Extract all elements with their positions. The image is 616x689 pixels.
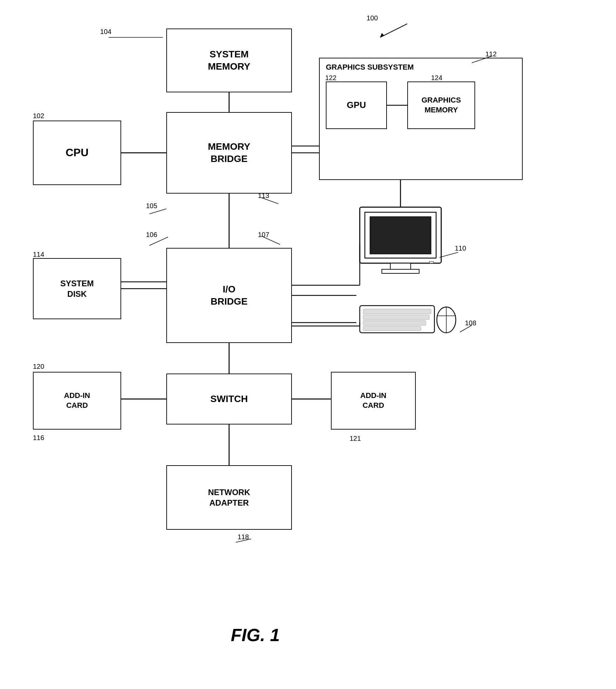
svg-line-26 bbox=[440, 252, 458, 257]
add-in-card-left-box: ADD-INCARD bbox=[33, 372, 121, 430]
svg-rect-29 bbox=[363, 315, 429, 320]
svg-rect-28 bbox=[363, 309, 431, 314]
svg-line-35 bbox=[460, 325, 472, 332]
ref-116: 116 bbox=[33, 434, 44, 442]
fig-label: FIG. 1 bbox=[231, 625, 280, 645]
diagram: 100 GRAPHICS SUBSYSTEM 112 GPU 122 GRAPH… bbox=[0, 0, 616, 689]
svg-rect-24 bbox=[382, 269, 419, 273]
ref-114: 114 bbox=[33, 251, 44, 258]
arrow-110 bbox=[438, 247, 462, 261]
display-illustration bbox=[356, 204, 451, 278]
arrow-104 bbox=[109, 31, 170, 48]
connector-lines bbox=[0, 0, 616, 689]
add-in-card-right-box: ADD-INCARD bbox=[331, 372, 416, 430]
svg-line-36 bbox=[236, 539, 251, 542]
graphics-subsystem-label: GRAPHICS SUBSYSTEM bbox=[326, 63, 414, 72]
keyboard-illustration bbox=[356, 295, 458, 340]
svg-rect-31 bbox=[363, 326, 421, 331]
arrow-105 bbox=[146, 204, 173, 217]
arrow-118 bbox=[234, 536, 255, 546]
gpu-box: GPU bbox=[326, 81, 387, 129]
svg-line-12 bbox=[380, 24, 407, 37]
svg-rect-22 bbox=[370, 217, 431, 254]
arrow-112 bbox=[468, 53, 496, 66]
switch-box: SWITCH bbox=[166, 374, 292, 424]
cpu-box: CPU bbox=[33, 121, 121, 185]
io-bridge-box: I/OBRIDGE bbox=[166, 248, 292, 343]
network-adapter-box: NETWORKADAPTER bbox=[166, 465, 292, 530]
ref-120: 120 bbox=[33, 363, 44, 370]
ref-124: 124 bbox=[431, 74, 442, 82]
ref-121: 121 bbox=[350, 435, 361, 442]
svg-line-17 bbox=[149, 237, 168, 246]
graphics-memory-box: GRAPHICSMEMORY bbox=[407, 81, 475, 129]
system-memory-box: SYSTEMMEMORY bbox=[166, 29, 292, 92]
arrow-100 bbox=[373, 19, 414, 39]
ref-102: 102 bbox=[33, 112, 44, 120]
svg-line-16 bbox=[149, 209, 166, 214]
svg-line-18 bbox=[261, 236, 280, 244]
svg-rect-30 bbox=[363, 321, 426, 325]
svg-rect-25 bbox=[429, 261, 433, 263]
svg-line-14 bbox=[472, 56, 492, 63]
ref-122: 122 bbox=[325, 74, 336, 82]
svg-rect-23 bbox=[390, 263, 411, 269]
all-connectors bbox=[0, 0, 616, 689]
svg-line-19 bbox=[261, 198, 278, 204]
system-disk-box: SYSTEMDISK bbox=[33, 258, 121, 319]
arrow-108 bbox=[458, 322, 475, 336]
memory-bridge-box: MEMORYBRIDGE bbox=[166, 112, 292, 194]
arrow-113 bbox=[258, 194, 285, 208]
arrow-107 bbox=[258, 233, 285, 250]
